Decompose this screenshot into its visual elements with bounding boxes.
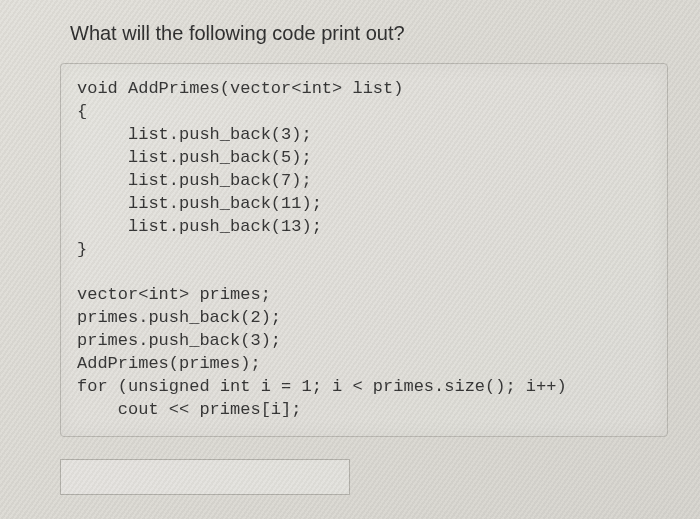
question-page: What will the following code print out? … [0, 0, 700, 519]
question-prompt: What will the following code print out? [70, 22, 668, 45]
code-snippet: void AddPrimes(vector<int> list) { list.… [60, 63, 668, 437]
answer-input[interactable] [60, 459, 350, 495]
